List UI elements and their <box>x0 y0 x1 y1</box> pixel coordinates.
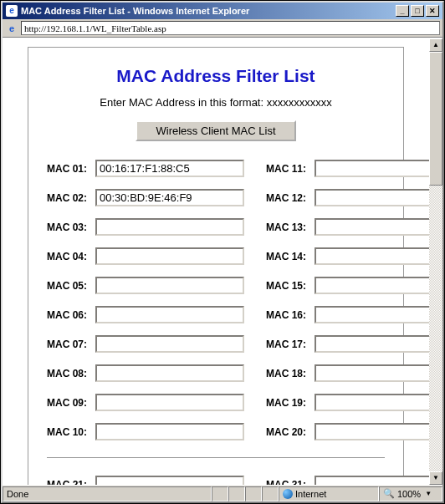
mac-row: MAC 15: <box>266 277 429 294</box>
status-text: Done <box>3 486 212 501</box>
chevron-down-icon: ▼ <box>425 490 432 497</box>
mac-row: MAC 05: <box>47 277 244 294</box>
section-divider <box>47 457 385 459</box>
mac-label: MAC 19: <box>266 397 315 409</box>
zoom-control[interactable]: 🔍 100% ▼ <box>379 486 442 501</box>
mac-row: MAC 11: <box>266 160 429 177</box>
mac-label: MAC 03: <box>47 221 95 233</box>
maximize-button[interactable]: □ <box>411 5 424 17</box>
zoom-icon: 🔍 <box>383 488 395 499</box>
mac-label: MAC 18: <box>266 368 315 379</box>
vertical-scrollbar[interactable]: ▲ ▼ <box>429 38 442 485</box>
mac-input[interactable] <box>95 277 244 294</box>
address-bar: e <box>3 19 442 38</box>
mac-row: MAC 10: <box>47 423 244 440</box>
status-pane-1 <box>212 486 228 501</box>
mac-input[interactable] <box>95 476 244 485</box>
mac-input[interactable] <box>315 189 429 206</box>
mac-input[interactable] <box>95 394 244 411</box>
scroll-up-button[interactable]: ▲ <box>429 38 442 52</box>
mac-label: MAC 04: <box>47 251 95 262</box>
page-subtitle: Enter MAC Address in this format: xxxxxx… <box>47 96 385 109</box>
mac-input[interactable] <box>95 247 244 265</box>
mac-row: MAC 03: <box>47 218 244 236</box>
mac-label: MAC 14: <box>266 251 315 262</box>
mac-input[interactable] <box>315 476 429 485</box>
page-title: MAC Address Filter List <box>47 66 385 86</box>
mac-row: MAC 02: <box>47 189 244 206</box>
mac-row: MAC 14: <box>266 247 429 265</box>
mac-row: MAC 12: <box>266 189 429 206</box>
mac-row: MAC 13: <box>266 218 429 236</box>
mac-label: MAC 21: <box>47 479 95 486</box>
mac-label: MAC 17: <box>266 339 315 350</box>
zoom-value: 100% <box>397 489 421 499</box>
status-bar: Done Internet 🔍 100% ▼ <box>3 485 442 501</box>
mac-row: MAC 19: <box>266 394 429 411</box>
minimize-button[interactable]: _ <box>396 5 409 17</box>
mac-row: MAC 09: <box>47 394 244 411</box>
mac-input[interactable] <box>315 160 429 177</box>
mac-label: MAC 09: <box>47 397 95 409</box>
status-pane-3 <box>245 486 262 501</box>
mac-row: MAC 21: <box>47 476 244 485</box>
mac-input[interactable] <box>315 306 429 323</box>
mac-grid-1: MAC 01:MAC 11:MAC 02:MAC 12:MAC 03:MAC 1… <box>47 160 385 440</box>
window-title: MAC Address Filter List - Windows Intern… <box>21 6 396 16</box>
security-zone[interactable]: Internet <box>279 486 379 501</box>
status-pane-4 <box>262 486 279 501</box>
mac-input[interactable] <box>315 277 429 294</box>
mac-grid-2: MAC 21:MAC 31:MAC 22:MAC 32:MAC 23:MAC 3… <box>47 476 385 485</box>
mac-label: MAC 15: <box>266 280 315 292</box>
close-button[interactable]: ✕ <box>426 5 439 17</box>
mac-input[interactable] <box>95 423 244 440</box>
mac-input[interactable] <box>95 218 244 236</box>
mac-row: MAC 31: <box>266 476 429 485</box>
mac-label: MAC 12: <box>266 192 315 204</box>
zone-label: Internet <box>295 489 326 499</box>
mac-label: MAC 20: <box>266 426 315 438</box>
mac-label: MAC 31: <box>266 479 315 486</box>
mac-row: MAC 06: <box>47 306 244 323</box>
mac-input[interactable] <box>95 335 244 353</box>
mac-row: MAC 01: <box>47 160 244 177</box>
scroll-down-button[interactable]: ▼ <box>429 471 442 485</box>
mac-label: MAC 07: <box>47 339 95 350</box>
mac-label: MAC 05: <box>47 280 95 292</box>
mac-input[interactable] <box>95 160 244 177</box>
mac-input[interactable] <box>315 335 429 353</box>
mac-label: MAC 13: <box>266 221 315 233</box>
scroll-thumb[interactable] <box>429 52 442 186</box>
mac-label: MAC 06: <box>47 309 95 321</box>
mac-row: MAC 08: <box>47 364 244 382</box>
mac-label: MAC 02: <box>47 192 95 204</box>
scroll-track[interactable] <box>429 52 442 471</box>
mac-label: MAC 11: <box>266 163 315 175</box>
mac-row: MAC 04: <box>47 247 244 265</box>
url-input[interactable] <box>21 21 440 35</box>
wireless-client-list-button[interactable]: Wireless Client MAC List <box>136 120 295 141</box>
mac-input[interactable] <box>315 423 429 440</box>
content-area: MAC Address Filter List Enter MAC Addres… <box>3 38 442 485</box>
mac-input[interactable] <box>315 247 429 265</box>
mac-label: MAC 16: <box>266 309 315 321</box>
mac-row: MAC 16: <box>266 306 429 323</box>
mac-input[interactable] <box>95 306 244 323</box>
globe-icon <box>283 489 293 499</box>
browser-window: e MAC Address Filter List - Windows Inte… <box>1 1 444 503</box>
page-viewport: MAC Address Filter List Enter MAC Addres… <box>3 38 429 485</box>
mac-label: MAC 01: <box>47 163 95 175</box>
mac-input[interactable] <box>315 394 429 411</box>
mac-input[interactable] <box>95 364 244 382</box>
mac-row: MAC 07: <box>47 335 244 353</box>
mac-input[interactable] <box>315 364 429 382</box>
page-ie-icon: e <box>5 22 18 35</box>
content-frame: MAC Address Filter List Enter MAC Addres… <box>28 47 404 485</box>
mac-row: MAC 18: <box>266 364 429 382</box>
mac-row: MAC 20: <box>266 423 429 440</box>
mac-input[interactable] <box>95 189 244 206</box>
mac-input[interactable] <box>315 218 429 236</box>
mac-label: MAC 08: <box>47 368 95 379</box>
ie-icon: e <box>6 5 18 17</box>
status-pane-2 <box>228 486 245 501</box>
